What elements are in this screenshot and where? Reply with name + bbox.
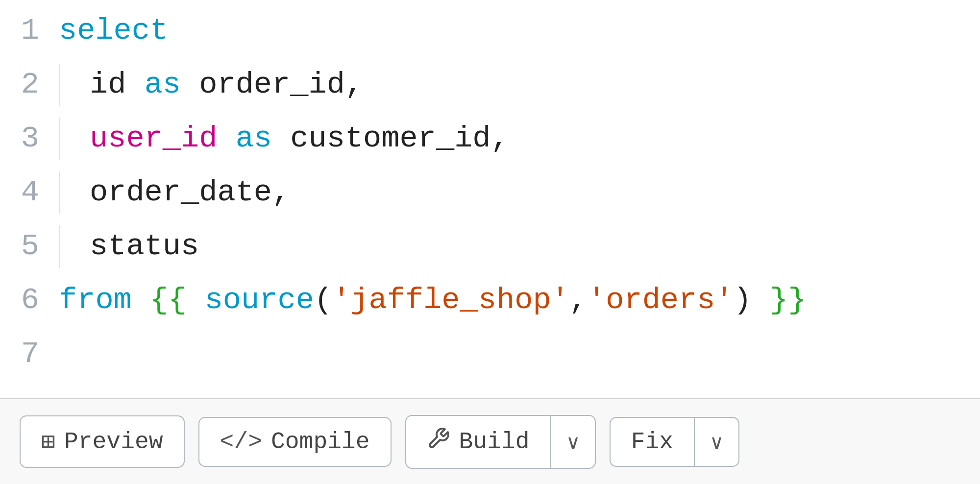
token-orders: 'orders' [588, 279, 734, 322]
fix-label: Fix [631, 429, 673, 455]
token-status: status [90, 225, 199, 268]
code-line-5: 5 status [0, 225, 980, 279]
keyword-select: select [59, 10, 168, 52]
indent-bar-5 [59, 225, 60, 268]
token-user-id: user_id [90, 118, 217, 160]
token-open-brace: {{ [132, 279, 205, 322]
line-number-2: 2 [10, 64, 59, 106]
code-line-6: 6 from {{ source ( 'jaffle_shop' , 'orde… [0, 279, 980, 333]
compile-button[interactable]: </> Compile [198, 417, 392, 467]
code-line-3: 3 user_id as customer_id, [0, 118, 980, 171]
fix-group: Fix ∨ [610, 417, 739, 467]
token-as-2: as [145, 64, 181, 106]
token-as-3: as [217, 118, 272, 160]
line-content-4: order_date, [59, 171, 970, 214]
compile-label: Compile [271, 429, 370, 455]
code-line-1: 1 select [0, 10, 980, 64]
line-content-3: user_id as customer_id, [59, 118, 970, 160]
code-line-2: 2 id as order_id, [0, 64, 980, 118]
line-number-3: 3 [10, 118, 59, 160]
toolbar: ⊞ Preview </> Compile Build ∨ Fix ∨ [0, 398, 980, 484]
token-source-fn: source [205, 279, 314, 322]
preview-icon: ⊞ [41, 427, 55, 456]
fix-button[interactable]: Fix [611, 418, 694, 466]
code-line-7: 7 [0, 333, 980, 387]
line-number-1: 1 [10, 10, 59, 52]
token-order-id: order_id, [181, 64, 363, 106]
line-content-2: id as order_id, [59, 64, 970, 106]
build-chevron-icon: ∨ [566, 431, 580, 453]
compile-icon: </> [220, 429, 262, 455]
token-open-paren: ( [314, 279, 332, 322]
line-content-1: select [59, 10, 970, 52]
line-content-5: status [59, 225, 970, 268]
indent-bar-3 [59, 118, 60, 160]
indent-bar [59, 64, 60, 106]
token-id: id [90, 64, 145, 106]
line-number-7: 7 [10, 333, 59, 376]
token-order-date: order_date, [90, 171, 290, 214]
build-caret-button[interactable]: ∨ [551, 416, 595, 468]
preview-button[interactable]: ⊞ Preview [20, 415, 185, 468]
build-button[interactable]: Build [406, 416, 550, 468]
token-from: from [59, 279, 132, 322]
line-number-6: 6 [10, 279, 59, 322]
line-number-5: 5 [10, 225, 59, 268]
fix-caret-button[interactable]: ∨ [695, 418, 738, 466]
line-content-6: from {{ source ( 'jaffle_shop' , 'orders… [59, 279, 970, 322]
fix-chevron-icon: ∨ [710, 431, 724, 453]
token-jaffle-shop: 'jaffle_shop' [332, 279, 569, 322]
code-line-4: 4 order_date, [0, 171, 980, 225]
code-editor[interactable]: 1 select 2 id as order_id, 3 user_id as … [0, 0, 980, 398]
line-number-4: 4 [10, 171, 59, 214]
preview-label: Preview [64, 429, 163, 455]
token-customer-id: customer_id, [272, 118, 509, 160]
build-label: Build [459, 429, 530, 455]
token-comma: , [569, 279, 588, 322]
token-close-paren: ) [734, 279, 752, 322]
build-icon [427, 427, 450, 457]
build-group: Build ∨ [405, 415, 596, 469]
token-close-brace: }} [752, 279, 807, 322]
indent-bar-4 [59, 171, 60, 214]
